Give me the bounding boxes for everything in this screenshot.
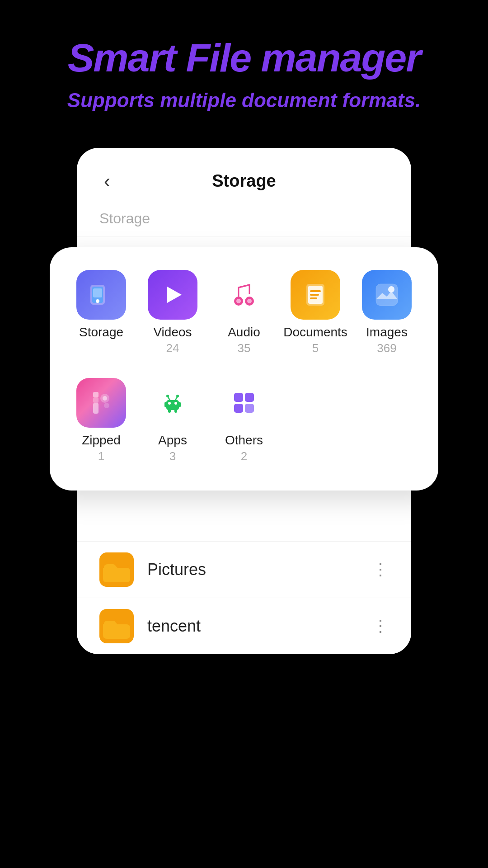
svg-rect-23 <box>93 397 99 403</box>
category-documents-name: Documents <box>283 325 347 340</box>
svg-rect-16 <box>310 290 321 292</box>
svg-rect-39 <box>234 393 243 402</box>
svg-marker-8 <box>167 287 182 303</box>
category-item-zipped[interactable]: Zipped 1 <box>68 378 135 463</box>
category-panel: Storage Videos 24 <box>50 247 438 491</box>
more-dots-pictures[interactable]: ⋮ <box>372 560 389 579</box>
header: Smart File manager Supports multiple doc… <box>0 0 488 139</box>
category-audio-count: 35 <box>238 341 251 355</box>
svg-rect-41 <box>234 404 243 413</box>
svg-point-27 <box>104 403 109 408</box>
category-others-name: Others <box>225 433 263 448</box>
svg-point-11 <box>236 299 241 303</box>
empty-col-1 <box>282 378 349 463</box>
zipped-icon <box>76 378 126 428</box>
more-dots-tencent[interactable]: ⋮ <box>372 617 389 636</box>
category-item-storage[interactable]: Storage <box>68 270 135 355</box>
category-item-apps[interactable]: Apps 3 <box>139 378 206 463</box>
category-item-images[interactable]: Images 369 <box>353 270 420 355</box>
svg-rect-40 <box>245 393 254 402</box>
category-zipped-name: Zipped <box>82 433 121 448</box>
audio-icon <box>219 270 269 320</box>
app-title: Smart File manager <box>27 36 461 80</box>
phone-mockup: ‹ Storage Storage Android ⋮ <box>50 148 438 690</box>
svg-rect-31 <box>168 407 171 413</box>
folder-name-tencent: tencent <box>147 617 372 636</box>
category-others-count: 2 <box>241 449 247 463</box>
svg-point-12 <box>247 299 252 303</box>
category-videos-count: 24 <box>166 341 179 355</box>
svg-rect-6 <box>93 288 102 297</box>
category-images-name: Images <box>366 325 408 340</box>
category-item-documents[interactable]: Documents 5 <box>282 270 349 355</box>
svg-rect-22 <box>93 392 99 397</box>
others-icon <box>219 378 269 428</box>
category-item-audio[interactable]: Audio 35 <box>211 270 277 355</box>
documents-icon <box>291 270 340 320</box>
apps-icon <box>148 378 197 428</box>
app-subtitle: Supports multiple document formats. <box>27 89 461 112</box>
images-icon <box>362 270 412 320</box>
svg-rect-24 <box>93 403 99 414</box>
svg-point-26 <box>103 396 107 401</box>
folder-item-tencent[interactable]: tencent ⋮ <box>77 598 411 654</box>
category-apps-count: 3 <box>169 449 176 463</box>
svg-point-37 <box>166 395 169 397</box>
back-button[interactable]: ‹ <box>99 166 115 197</box>
folder-icon-pictures <box>99 552 134 587</box>
svg-rect-18 <box>310 297 317 299</box>
category-grid-row2: Zipped 1 <box>68 378 420 463</box>
svg-rect-17 <box>310 294 319 296</box>
svg-rect-29 <box>164 402 167 407</box>
category-item-videos[interactable]: Videos 24 <box>139 270 206 355</box>
storage-section-label: Storage <box>77 206 411 236</box>
svg-rect-30 <box>178 402 181 407</box>
svg-line-13 <box>239 285 249 288</box>
svg-point-20 <box>388 286 394 292</box>
category-apps-name: Apps <box>158 433 187 448</box>
category-storage-name: Storage <box>79 325 123 340</box>
folder-icon-tencent <box>99 609 134 643</box>
category-audio-name: Audio <box>228 325 260 340</box>
empty-col-2 <box>353 378 420 463</box>
svg-point-7 <box>96 299 99 303</box>
storage-panel-title: Storage <box>212 171 276 191</box>
videos-icon <box>148 270 197 320</box>
storage-header: ‹ Storage <box>77 148 411 206</box>
svg-rect-19 <box>376 284 398 306</box>
category-grid-row1: Storage Videos 24 <box>68 270 420 355</box>
svg-point-33 <box>168 402 171 405</box>
bottom-folders-panel: Pictures ⋮ tencent ⋮ <box>77 541 411 654</box>
folder-name-pictures: Pictures <box>147 560 372 579</box>
category-documents-count: 5 <box>312 341 319 355</box>
svg-point-38 <box>176 395 179 397</box>
category-videos-name: Videos <box>153 325 192 340</box>
svg-rect-42 <box>245 404 254 413</box>
category-item-others[interactable]: Others 2 <box>211 378 277 463</box>
svg-rect-32 <box>174 407 177 413</box>
folder-item-pictures[interactable]: Pictures ⋮ <box>77 541 411 598</box>
svg-point-34 <box>174 402 177 405</box>
category-zipped-count: 1 <box>98 449 104 463</box>
storage-icon <box>76 270 126 320</box>
category-images-count: 369 <box>377 341 396 355</box>
